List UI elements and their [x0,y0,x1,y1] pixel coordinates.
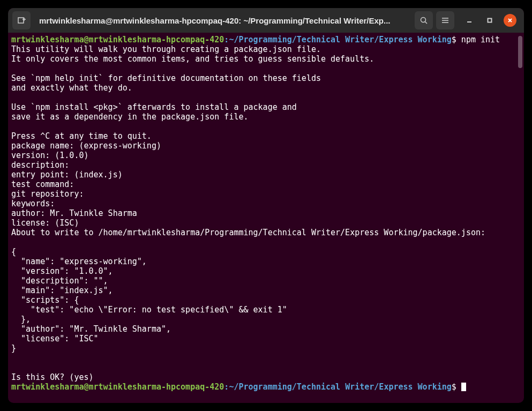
json-line: "scripts": { [11,295,79,305]
minimize-icon [466,17,473,24]
confirm-line: Is this OK? (yes) [11,372,99,382]
hamburger-icon [441,16,449,25]
prompt-dollar: $ [452,382,456,392]
json-line: "author": "Mr. Twinkle Sharma", [11,324,171,334]
svg-rect-9 [488,19,492,23]
maximize-button[interactable] [483,14,496,27]
prompt-path: ~/Programming/Technical Writer/Express W… [229,382,451,392]
minimize-button[interactable] [463,14,476,27]
terminal-body[interactable]: mrtwinklesharma@mrtwinklesharma-hpcompaq… [8,33,524,403]
json-line: "test": "echo \"Error: no test specified… [11,305,287,315]
prompt-path: ~/Programming/Technical Writer/Express W… [229,35,451,44]
prompt-line: version: (1.0.0) [11,151,94,160]
svg-line-4 [425,22,428,24]
prompt-user: mrtwinklesharma@mrtwinklesharma-hpcompaq… [11,35,224,44]
svg-rect-0 [18,18,24,23]
prompt-line: description: [11,160,74,170]
output-line: See `npm help init` for definitive docum… [11,73,321,83]
command-text: npm init [456,35,500,44]
json-line: }, [11,315,31,324]
close-button[interactable] [504,14,516,27]
json-line: } [11,343,16,353]
search-icon [419,16,428,25]
cursor [461,383,466,391]
prompt-line: author: Mr. Twinkle Sharma [11,208,137,218]
svg-point-3 [421,18,426,23]
output-line: and exactly what they do. [11,83,132,93]
json-line: "license": "ISC" [11,334,99,343]
prompt-line: git repository: [11,189,89,199]
close-icon [507,17,513,24]
terminal-content: mrtwinklesharma@mrtwinklesharma-hpcompaq… [10,35,522,392]
prompt-line: keywords: [11,199,59,208]
json-line: "version": "1.0.0", [11,266,113,276]
maximize-icon [486,17,493,24]
scrollbar[interactable] [518,36,522,68]
output-line: save it as a dependency in the package.j… [11,112,249,122]
output-line: It only covers the most common items, an… [11,54,374,64]
prompt-line: entry point: (index.js) [11,170,128,180]
window-title: mrtwinklesharma@mrtwinklesharma-hpcompaq… [39,16,411,25]
output-line: This utility will walk you through creat… [11,44,321,54]
json-line: { [11,247,16,257]
prompt-line: license: (ISC) [11,218,84,228]
json-line: "name": "express-working", [11,257,147,266]
terminal-window: mrtwinklesharma@mrtwinklesharma-hpcompaq… [8,8,524,403]
search-button[interactable] [415,11,433,29]
prompt-dollar: $ [452,35,456,44]
menu-button[interactable] [436,11,454,29]
window-controls [463,14,516,27]
titlebar: mrtwinklesharma@mrtwinklesharma-hpcompaq… [8,8,524,33]
new-tab-button[interactable] [12,11,31,29]
prompt-line: test command: [11,180,79,189]
output-line: Press ^C at any time to quit. [11,131,152,141]
prompt-user: mrtwinklesharma@mrtwinklesharma-hpcompaq… [11,382,224,392]
new-tab-icon [17,16,26,25]
output-line: Use `npm install <pkg>` afterwards to in… [11,102,297,112]
json-line: "main": "index.js", [11,286,113,295]
prompt-line: package name: (express-working) [11,141,166,151]
output-line: About to write to /home/mrtwinklesharma/… [11,228,485,237]
json-line: "description": "", [11,276,108,286]
